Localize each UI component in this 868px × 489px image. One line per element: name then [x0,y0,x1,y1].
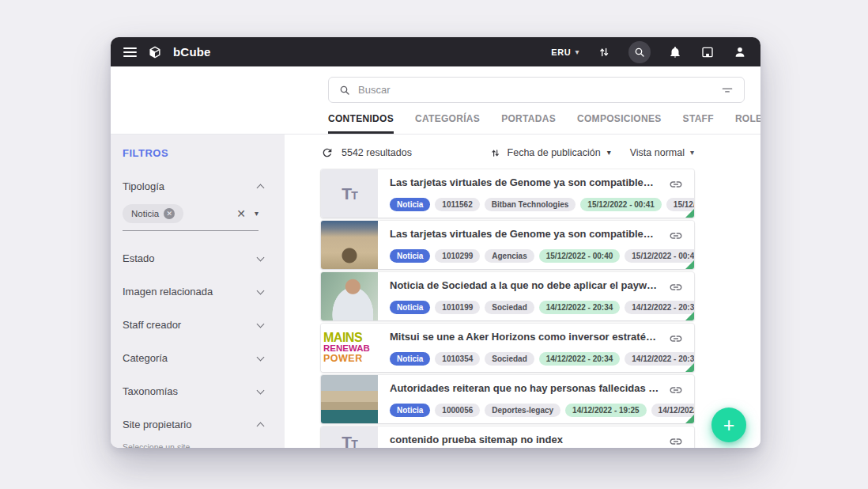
brand-title: bCube [173,45,211,59]
type-badge: Noticia [390,249,430,263]
category-badge: Agencias [485,249,534,263]
view-mode-dropdown[interactable]: Vista normal ▾ [630,147,694,158]
content-row[interactable]: Autoridades reiteran que no hay personas… [321,375,694,423]
type-badge: Noticia [390,352,430,366]
results-count: 5542 resultados [342,147,412,158]
published-date-badge: 14/12/2022 - 20:34 [539,301,621,314]
type-badge: Noticia [390,404,430,417]
filter-section-staff-creador[interactable]: Staff creador [123,319,263,331]
modified-date-badge: 14/12/2022 - 20:34 [625,301,694,314]
filter-section-categoria[interactable]: Categoría [123,352,263,364]
notifications-bell-icon[interactable] [667,44,683,60]
site-selector-dropdown[interactable]: ERU ▾ [551,47,579,57]
link-icon[interactable] [669,229,683,243]
site-select-hint: Seleccione un site [123,442,272,448]
link-icon[interactable] [669,280,683,294]
content-row[interactable]: Noticia de Sociedad a la que no debe apl… [321,272,694,320]
category-badge: Sociedad [485,301,534,314]
sort-by-value: Fecha de publicación [508,147,601,158]
section-tabs: CONTENIDOS CATEGORÍAS PORTADAS COMPOSICI… [328,113,743,134]
content-row[interactable]: Las tarjetas virtuales de Genome ya son … [321,221,694,269]
link-icon[interactable] [669,332,683,346]
chevron-down-icon [257,286,265,294]
link-icon[interactable] [669,383,683,397]
results-panel: 5542 resultados Fecha de publicación ▾ [285,135,760,448]
bcube-app-window: bCube ERU ▾ [111,37,760,448]
tab-categorias[interactable]: CATEGORÍAS [415,113,480,134]
content-row[interactable]: TT Las tarjetas virtuales de Genome ya s… [321,169,694,218]
tab-portadas[interactable]: PORTADAS [501,113,556,134]
content-title: contenido prueba sitemap no index [390,434,659,445]
site-selector-value: ERU [551,47,571,57]
topbar-actions: ERU ▾ [551,41,748,63]
link-icon[interactable] [669,434,683,448]
content-id-badge: 1010199 [435,301,480,314]
mainstream-logo-thumbnail: MAINS RENEWAB POWER [321,324,378,372]
published-date-badge: 15/12/2022 - 00:41 [580,198,662,211]
content-id-badge: 1010354 [435,352,480,366]
results-header: 5542 resultados Fecha de publicación ▾ [321,146,694,159]
content-title: Las tarjetas virtuales de Genome ya son … [390,176,659,188]
add-content-fab[interactable]: + [711,408,746,442]
menu-icon[interactable] [123,47,137,57]
sort-arrows-icon[interactable] [596,44,612,60]
chip-remove-icon[interactable]: ✕ [164,208,175,219]
chevron-down-icon [257,320,265,328]
content-id-badge: 1011562 [435,198,479,211]
search-input[interactable] [358,84,713,96]
published-corner-indicator [685,260,694,269]
filter-section-estado[interactable]: Estado [123,252,263,264]
text-content-thumbnail: TT [321,169,378,218]
category-badge: Sociedad [485,352,534,366]
type-badge: Noticia [390,198,430,211]
content-id-badge: 1000056 [435,404,480,417]
link-icon[interactable] [669,177,683,191]
text-content-thumbnail: TT [321,426,378,448]
chevron-down-icon: ▾ [690,149,694,157]
chevron-down-icon [257,253,265,261]
category-badge: Bitban Technologies [485,198,576,211]
dock-panel-icon[interactable] [700,44,715,60]
filter-section-site-propietario[interactable]: Site propietario [123,419,263,430]
chevron-up-icon [257,423,265,430]
search-and-tabs-header: CONTENIDOS CATEGORÍAS PORTADAS COMPOSICI… [111,66,760,135]
plus-icon: + [723,414,735,437]
chevron-down-icon [257,353,265,361]
filters-title: FILTROS [123,147,272,159]
content-title: Mitsui se une a Aker Horizons como inver… [390,331,659,343]
published-date-badge: 15/12/2022 - 00:40 [539,249,621,263]
tab-roles[interactable]: ROLES [735,113,760,134]
desktop-background: bCube ERU ▾ [0,0,868,489]
tipologia-select-field[interactable]: Noticia ✕ ✕ ▾ [123,204,259,231]
content-row[interactable]: MAINS RENEWAB POWER Mitsui se une a Aker… [321,324,694,372]
content-row[interactable]: TT contenido prueba sitemap no index [321,426,694,448]
filter-section-taxonomias[interactable]: Taxonomías [123,385,263,397]
person-photo-thumbnail [321,272,378,320]
published-corner-indicator [685,312,694,320]
tab-staff[interactable]: STAFF [683,113,714,134]
chevron-down-icon[interactable]: ▾ [255,210,259,218]
content-title: Las tarjetas virtuales de Genome ya son … [390,228,659,240]
category-badge: Deportes-legacy [485,404,560,417]
filter-section-imagen-relacionada[interactable]: Imagen relacionada [123,286,263,298]
coastal-photo-thumbnail [321,375,378,423]
chevron-up-icon [257,184,265,192]
published-corner-indicator [685,415,694,423]
published-date-badge: 14/12/2022 - 19:25 [565,404,647,417]
search-input-icon [338,84,351,97]
filter-section-tipologia[interactable]: Tipología [123,180,263,192]
search-icon[interactable] [628,41,651,63]
chevron-down-icon: ▾ [575,48,579,56]
user-profile-icon[interactable] [732,44,748,60]
refresh-icon[interactable] [321,146,334,159]
cathedral-photo-thumbnail [321,221,378,269]
tipologia-chip-noticia[interactable]: Noticia ✕ [123,204,183,223]
clear-filter-icon[interactable]: ✕ [236,208,246,219]
modified-date-badge: 15/12/2022 - 00:40 [625,249,694,263]
sort-by-dropdown[interactable]: Fecha de publicación ▾ [489,147,611,159]
filters-sidebar: FILTROS Tipología Noticia ✕ ✕ ▾ [111,135,285,448]
filter-list-icon[interactable] [720,83,734,97]
content-title: Noticia de Sociedad a la que no debe apl… [390,279,659,291]
tab-composiciones[interactable]: COMPOSICIONES [577,113,662,134]
tab-contenidos[interactable]: CONTENIDOS [328,113,394,134]
